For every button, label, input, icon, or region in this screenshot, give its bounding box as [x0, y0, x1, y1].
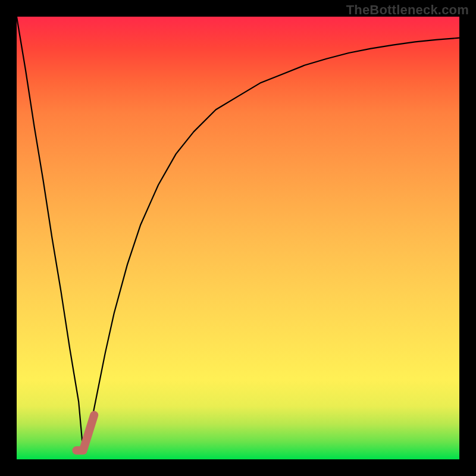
- chart-frame: TheBottleneck.com: [0, 0, 476, 476]
- plot-area: [17, 17, 459, 459]
- bottleneck-curve: [17, 17, 459, 450]
- chart-svg: [17, 17, 459, 459]
- watermark-text: TheBottleneck.com: [346, 2, 469, 18]
- highlight-marker: [76, 415, 94, 451]
